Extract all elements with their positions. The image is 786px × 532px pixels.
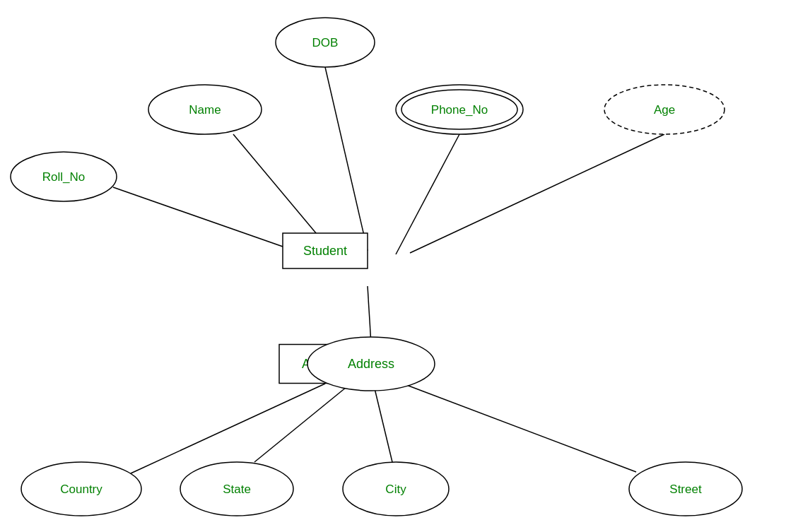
attr-dob: DOB xyxy=(276,18,375,67)
attr-label-state: State xyxy=(223,483,251,496)
attr-name: Name xyxy=(148,85,262,134)
svg-line-2 xyxy=(396,134,459,254)
attr-state: State xyxy=(180,462,293,516)
entity-address: Address xyxy=(307,337,435,391)
svg-line-0 xyxy=(325,67,368,251)
attr-roll_no: Roll_No xyxy=(11,152,117,201)
svg-text:Address: Address xyxy=(348,357,394,371)
svg-line-7 xyxy=(254,387,346,462)
attr-phone_no: Phone_No xyxy=(396,85,523,134)
attr-label-phone_no: Phone_No xyxy=(431,103,488,117)
er-diagram: StudentAddressAddressDOBNamePhone_NoAgeR… xyxy=(0,0,786,532)
attr-age: Age xyxy=(604,85,725,134)
attr-label-city: City xyxy=(385,483,406,496)
svg-line-3 xyxy=(410,134,664,253)
attr-label-roll_no: Roll_No xyxy=(42,170,85,184)
attr-label-age: Age xyxy=(654,103,675,117)
attr-label-country: Country xyxy=(60,483,102,496)
entity-student: Student xyxy=(283,233,368,268)
svg-line-8 xyxy=(375,389,392,462)
svg-line-5 xyxy=(368,286,371,344)
attr-street: Street xyxy=(629,462,742,516)
svg-line-9 xyxy=(403,384,636,472)
attr-label-street: Street xyxy=(669,483,702,496)
attr-label-dob: DOB xyxy=(312,36,339,49)
attr-city: City xyxy=(343,462,449,516)
entity-label-student: Student xyxy=(303,244,347,258)
attr-country: Country xyxy=(21,462,141,516)
attr-label-name: Name xyxy=(189,103,221,117)
